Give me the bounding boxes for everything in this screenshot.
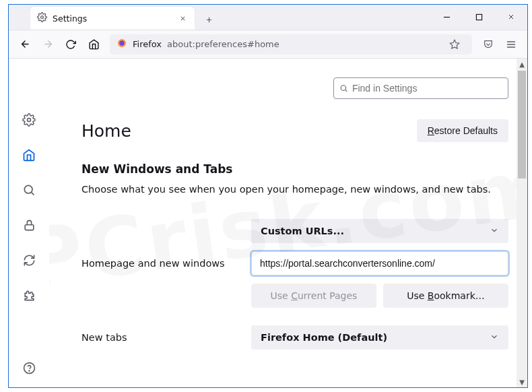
reload-button[interactable]: [60, 34, 81, 55]
svg-point-6: [24, 185, 32, 193]
sidebar-item-privacy[interactable]: [19, 215, 39, 235]
sidebar-item-home[interactable]: [19, 145, 39, 165]
newtabs-select-value: Firefox Home (Default): [261, 332, 387, 343]
restore-defaults-button[interactable]: Restore Defaults: [417, 119, 508, 142]
homepage-select-value: Custom URLs...: [261, 226, 344, 236]
vertical-scrollbar[interactable]: ▲ ▼: [517, 59, 527, 387]
sidebar-item-help[interactable]: [19, 358, 39, 378]
forward-button[interactable]: [37, 34, 59, 55]
sidebar-item-sync[interactable]: [19, 250, 39, 270]
settings-search-input[interactable]: [352, 83, 502, 94]
pocket-button[interactable]: [477, 34, 499, 55]
url-brand: Firefox: [133, 39, 162, 49]
back-button[interactable]: [14, 34, 36, 55]
sidebar-item-search[interactable]: [19, 180, 39, 200]
gear-icon: [37, 12, 47, 24]
url-bar[interactable]: Firefox about:preferences#home: [110, 34, 472, 55]
scroll-thumb[interactable]: [518, 71, 526, 178]
newtabs-label: New tabs: [81, 332, 243, 343]
use-bookmark-button[interactable]: Use Bookmark…: [383, 284, 508, 308]
svg-point-9: [29, 370, 30, 370]
menu-button[interactable]: [500, 34, 522, 55]
bookmark-star-icon[interactable]: [444, 34, 465, 55]
svg-point-10: [341, 86, 346, 91]
sidebar: [9, 59, 49, 387]
url-text: about:preferences#home: [167, 39, 279, 49]
sidebar-item-general[interactable]: [19, 110, 39, 130]
main-panel: PCrisk.com Home Restore Defaults New Win…: [49, 59, 527, 387]
svg-rect-1: [476, 14, 481, 20]
svg-marker-4: [450, 40, 459, 48]
tab-bar: Settings: [9, 5, 527, 30]
homepage-url-field[interactable]: [251, 251, 508, 275]
scroll-down-arrow[interactable]: ▼: [517, 377, 527, 387]
tab-settings[interactable]: Settings: [30, 7, 195, 30]
section-heading: New Windows and Tabs: [81, 162, 508, 176]
maximize-button[interactable]: [463, 4, 495, 30]
tab-title: Settings: [53, 13, 172, 24]
homepage-url-input[interactable]: [260, 258, 500, 269]
firefox-icon: [117, 38, 127, 51]
close-window-button[interactable]: [495, 4, 527, 30]
close-icon[interactable]: [177, 13, 188, 24]
scroll-up-arrow[interactable]: ▲: [517, 59, 527, 69]
new-tab-button[interactable]: [199, 9, 219, 30]
svg-point-3: [119, 40, 124, 45]
svg-point-0: [41, 16, 44, 19]
window-controls: [430, 4, 527, 30]
minimize-button[interactable]: [430, 4, 463, 30]
content: PCrisk.com Home Restore Defaults New Win…: [9, 59, 527, 387]
homepage-label: Homepage and new windows: [81, 258, 243, 269]
settings-search[interactable]: [333, 77, 508, 99]
search-icon: [339, 84, 348, 93]
home-button[interactable]: [83, 34, 104, 55]
toolbar: Firefox about:preferences#home: [9, 30, 527, 59]
page-title: Home: [81, 121, 131, 141]
svg-point-5: [28, 119, 31, 122]
section-description: Choose what you see when you open your h…: [81, 183, 508, 196]
browser-window: Settings Firefox about:preferences#home: [8, 4, 528, 388]
sidebar-item-extensions[interactable]: [19, 285, 39, 305]
chevron-down-icon: [490, 226, 499, 237]
homepage-select[interactable]: Custom URLs...: [251, 219, 508, 243]
svg-rect-7: [25, 224, 34, 230]
use-current-pages-button[interactable]: Use Current Pages: [251, 284, 376, 308]
newtabs-select[interactable]: Firefox Home (Default): [251, 325, 508, 350]
chevron-down-icon: [490, 332, 499, 344]
